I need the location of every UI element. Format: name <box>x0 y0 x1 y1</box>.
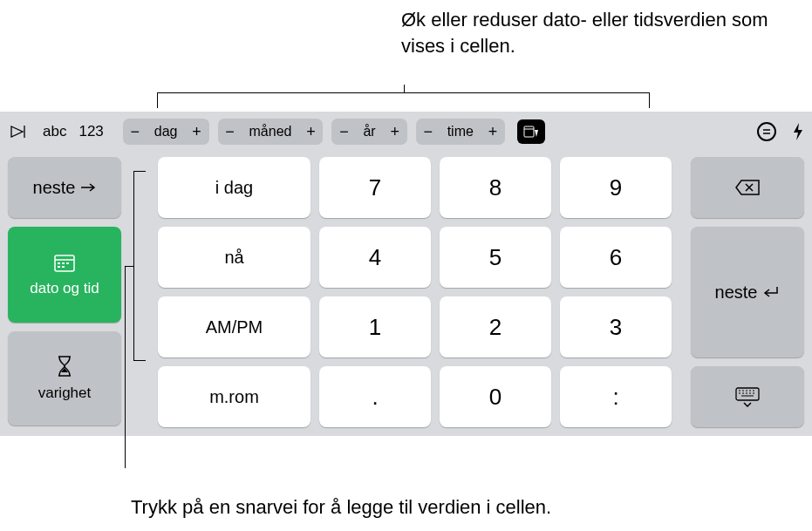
key-4[interactable]: 4 <box>319 227 431 288</box>
annotation-bottom: Trykk på en snarvei for å legge til verd… <box>131 494 551 521</box>
key-6[interactable]: 6 <box>560 227 672 288</box>
backspace-button[interactable] <box>691 157 804 218</box>
stepper-month-minus[interactable]: − <box>218 119 242 145</box>
enter-icon <box>762 285 780 299</box>
right-column: neste <box>691 157 804 427</box>
stepper-hour-minus[interactable]: − <box>416 119 440 145</box>
annotation-bracket-top <box>157 92 650 108</box>
shortcut-ampm[interactable]: AM/PM <box>158 296 310 357</box>
equals-icon[interactable] <box>757 122 776 141</box>
svg-rect-0 <box>524 126 534 137</box>
shortcut-now[interactable]: nå <box>158 227 310 288</box>
backspace-icon <box>734 179 761 196</box>
key-3[interactable]: 3 <box>560 296 672 357</box>
toolbar: abc 123 − dag + − måned + − år + − time … <box>8 119 804 145</box>
key-1[interactable]: 1 <box>319 296 431 357</box>
tab-forward-icon[interactable] <box>8 120 31 143</box>
key-grid: neste dato og tid varighet i dag nå AM/P… <box>8 157 804 427</box>
enter-neste-button[interactable]: neste <box>691 227 804 357</box>
shortcut-space[interactable]: m.rom <box>158 366 310 427</box>
numpad-row: . 0 : <box>319 366 672 427</box>
stepper-year-plus[interactable]: + <box>383 119 407 145</box>
left-column: neste dato og tid varighet <box>8 157 121 427</box>
svg-rect-6 <box>62 266 65 268</box>
duration-label: varighet <box>38 385 91 402</box>
stepper-hour-label: time <box>440 124 481 140</box>
key-2[interactable]: 2 <box>440 296 551 357</box>
toolbar-right <box>757 122 804 141</box>
datetime-mode-icon[interactable] <box>517 119 545 144</box>
annotation-top: Øk eller reduser dato- eller tidsverdien… <box>401 7 812 58</box>
neste-button[interactable]: neste <box>8 157 121 218</box>
stepper-month-label: måned <box>242 124 299 140</box>
stepper-month: − måned + <box>218 119 324 145</box>
stepper-day: − dag + <box>123 119 209 145</box>
stepper-day-plus[interactable]: + <box>185 119 209 145</box>
key-dot[interactable]: . <box>319 366 431 427</box>
key-colon[interactable]: : <box>560 366 672 427</box>
key-9[interactable]: 9 <box>560 157 672 218</box>
stepper-group: − dag + − måned + − år + − time + <box>123 119 505 145</box>
stepper-day-minus[interactable]: − <box>123 119 147 145</box>
svg-rect-7 <box>736 388 759 400</box>
key-7[interactable]: 7 <box>319 157 431 218</box>
arrow-right-icon <box>80 182 96 193</box>
numpad-row: 1 2 3 <box>319 296 672 357</box>
date-time-label: dato og tid <box>30 280 99 297</box>
lightning-icon[interactable] <box>792 122 804 141</box>
annotation-line <box>125 266 126 468</box>
stepper-year-label: år <box>356 124 382 140</box>
neste-label: neste <box>33 178 76 198</box>
numeric-mode-button[interactable]: 123 <box>78 123 103 140</box>
stepper-hour: − time + <box>416 119 505 145</box>
annotation-bracket-side <box>133 171 146 361</box>
shortcut-today[interactable]: i dag <box>158 157 310 218</box>
duration-tab[interactable]: varighet <box>8 331 121 425</box>
numpad: 7 8 9 4 5 6 1 2 3 . 0 : <box>319 157 672 427</box>
stepper-year: − år + <box>331 119 406 145</box>
keyboard-panel: abc 123 − dag + − måned + − år + − time … <box>0 112 812 436</box>
dismiss-keyboard-button[interactable] <box>691 366 804 427</box>
key-0[interactable]: 0 <box>440 366 551 427</box>
svg-rect-3 <box>62 262 65 264</box>
stepper-month-plus[interactable]: + <box>298 119 323 145</box>
abc-mode-button[interactable]: abc <box>43 123 66 140</box>
svg-rect-4 <box>66 262 69 264</box>
numpad-row: 7 8 9 <box>319 157 672 218</box>
date-time-tab[interactable]: dato og tid <box>8 227 121 323</box>
center-body: i dag nå AM/PM m.rom 7 8 9 4 5 6 1 2 <box>158 157 672 427</box>
stepper-day-label: dag <box>147 124 185 140</box>
shortcut-column: i dag nå AM/PM m.rom <box>158 157 310 427</box>
keyboard-down-icon <box>734 386 761 407</box>
enter-neste-label: neste <box>715 283 758 303</box>
calendar-icon <box>52 252 77 273</box>
hourglass-icon <box>55 355 74 378</box>
svg-rect-5 <box>58 266 60 268</box>
stepper-year-minus[interactable]: − <box>331 119 356 145</box>
stepper-hour-plus[interactable]: + <box>481 119 505 145</box>
key-8[interactable]: 8 <box>440 157 551 218</box>
svg-rect-2 <box>58 262 60 264</box>
numpad-row: 4 5 6 <box>319 227 672 288</box>
key-5[interactable]: 5 <box>440 227 551 288</box>
